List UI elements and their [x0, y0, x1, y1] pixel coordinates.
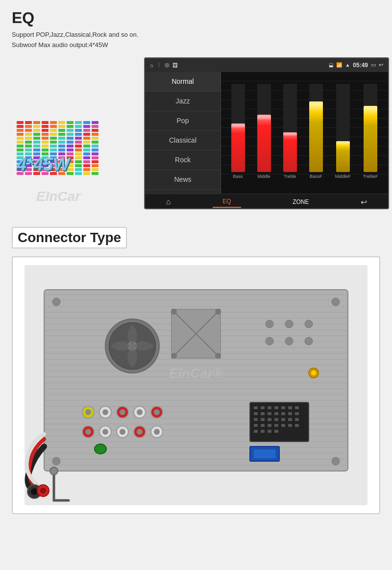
svg-rect-81	[288, 406, 292, 409]
eq-bar-bass: Bass	[231, 84, 245, 179]
status-time: 05:49	[353, 62, 368, 69]
eq-bar-label-treble: Treble	[284, 174, 296, 179]
bar-col-10	[92, 121, 98, 175]
svg-rect-86	[274, 412, 278, 415]
menu-item-pop[interactable]: Pop	[145, 111, 220, 131]
eq-bar-treble: Treble	[283, 84, 297, 179]
eq-bar-fill-treblef	[364, 106, 377, 172]
svg-rect-82	[295, 406, 299, 409]
menu-item-classical[interactable]: Classical	[145, 131, 220, 150]
svg-rect-75	[250, 402, 309, 442]
svg-rect-76	[254, 406, 258, 409]
svg-rect-98	[261, 424, 265, 427]
svg-point-73	[154, 429, 160, 435]
eq-bar-treblef: TrebleF	[363, 84, 378, 179]
eq-panel: Normal Jazz Pop Classical Rock News	[145, 72, 388, 194]
power-text: 4*45W	[17, 154, 70, 175]
eq-bar-label-bassf: BassF	[310, 174, 322, 179]
bottom-btn-eq[interactable]: EQ	[213, 196, 241, 208]
bluetooth-icon: ⬓	[329, 62, 333, 68]
eq-bar-track-middle[interactable]	[257, 84, 271, 172]
svg-point-48	[305, 320, 313, 328]
eq-bottom-bar: ⌂ EQ ZONE ↩	[145, 194, 388, 209]
svg-point-53	[311, 371, 316, 375]
svg-point-59	[120, 409, 125, 415]
svg-point-49	[266, 337, 273, 345]
image-status-icon: 🖼	[172, 62, 178, 68]
menu-status-icon: ⋮	[156, 62, 162, 68]
eq-bar-label-middle: Middle	[257, 174, 270, 179]
svg-rect-89	[295, 412, 299, 415]
connector-image-box: EInCar®	[12, 256, 380, 514]
menu-item-rock[interactable]: Rock	[145, 150, 220, 170]
svg-rect-104	[254, 430, 258, 433]
svg-point-114	[50, 467, 58, 475]
svg-rect-106	[268, 430, 271, 433]
svg-point-33	[332, 298, 340, 306]
menu-item-normal[interactable]: Normal	[145, 72, 220, 92]
svg-rect-95	[288, 418, 292, 421]
eq-bar-track-middlef[interactable]	[336, 84, 350, 172]
eq-bar-label-middlef: MiddleF	[335, 174, 351, 179]
signal-icon: ▲	[345, 62, 350, 68]
eq-bar-bassf: BassF	[309, 84, 323, 179]
svg-point-50	[285, 337, 293, 345]
svg-rect-80	[281, 406, 285, 409]
svg-point-113	[40, 488, 46, 494]
eq-bar-track-bassf[interactable]	[309, 84, 323, 172]
eq-bar-track-bass[interactable]	[231, 84, 245, 172]
svg-rect-96	[295, 418, 299, 421]
svg-rect-101	[281, 424, 285, 427]
svg-rect-87	[281, 412, 285, 415]
svg-point-57	[102, 409, 108, 415]
svg-rect-100	[274, 424, 278, 427]
svg-point-69	[120, 429, 125, 435]
svg-point-35	[332, 457, 340, 465]
eq-bar-fill-bass	[231, 124, 245, 172]
svg-point-51	[305, 337, 313, 345]
eq-bar-track-treble[interactable]	[283, 84, 297, 172]
svg-rect-78	[268, 406, 271, 409]
svg-rect-79	[274, 406, 278, 409]
bottom-back-icon[interactable]: ↩	[361, 198, 367, 207]
connector-section: Connector Type	[0, 219, 392, 524]
svg-rect-77	[261, 406, 265, 409]
svg-point-55	[85, 409, 91, 415]
svg-rect-85	[268, 412, 271, 415]
svg-point-44	[171, 353, 177, 359]
eq-bar-label-treblef: TrebleF	[363, 174, 378, 179]
back-nav-icon: ↩	[379, 62, 383, 68]
svg-rect-102	[288, 424, 292, 427]
svg-point-47	[285, 320, 293, 328]
eq-bar-track-treblef[interactable]	[364, 84, 377, 172]
bottom-home-icon[interactable]: ⌂	[166, 198, 171, 206]
eq-description: Support POP,Jazz,Classical,Rock and so o…	[12, 30, 380, 50]
svg-rect-109	[254, 449, 275, 458]
svg-rect-103	[295, 424, 299, 427]
eq-bar-label-bass: Bass	[233, 174, 243, 179]
bottom-btn-zone[interactable]: ZONE	[283, 197, 318, 207]
eq-menu: Normal Jazz Pop Classical Rock News	[145, 72, 221, 194]
svg-rect-99	[268, 424, 271, 427]
svg-rect-105	[261, 430, 265, 433]
home-status-icon: ⌂	[150, 62, 153, 68]
svg-rect-97	[254, 424, 258, 427]
eq-bar-fill-treble	[283, 132, 297, 172]
svg-rect-93	[274, 418, 278, 421]
battery-icon: ▭	[371, 62, 376, 68]
status-left: ⌂ ⋮ ◎ 🖼	[150, 62, 178, 68]
eq-bar-middle: Middle	[257, 84, 271, 179]
menu-item-news[interactable]: News	[145, 170, 220, 190]
svg-point-63	[154, 409, 160, 415]
svg-rect-84	[261, 412, 265, 415]
svg-point-65	[85, 429, 91, 435]
eq-bar-fill-middlef	[336, 141, 350, 172]
eq-bars-graphic: 4*45W EInCar	[12, 57, 144, 209]
eq-title: EQ	[12, 9, 380, 27]
location-status-icon: ◎	[165, 62, 170, 68]
bar-col-8	[75, 121, 82, 175]
svg-rect-94	[281, 418, 285, 421]
svg-point-111	[31, 488, 38, 495]
menu-item-jazz[interactable]: Jazz	[145, 92, 220, 111]
connector-svg: EInCar®	[24, 265, 368, 505]
